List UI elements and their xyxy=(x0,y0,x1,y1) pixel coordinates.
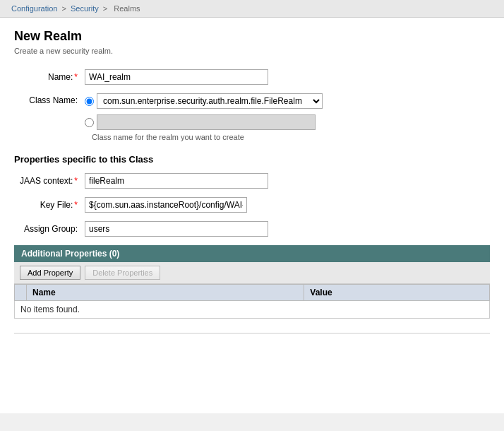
add-property-button[interactable]: Add Property xyxy=(20,266,80,280)
jaas-required-star: * xyxy=(74,176,78,186)
section-title: Properties specific to this Class xyxy=(14,154,490,165)
classname-hint: Class name for the realm you want to cre… xyxy=(92,133,490,141)
jaas-input[interactable] xyxy=(85,173,268,189)
breadcrumb-security[interactable]: Security xyxy=(71,4,99,13)
keyfile-label: Key File:* xyxy=(14,200,85,210)
jaas-row: JAAS context:* xyxy=(14,173,490,189)
classname-custom-row xyxy=(85,114,323,130)
breadcrumb-separator-1: > xyxy=(62,4,68,13)
classname-dropdown-radio[interactable] xyxy=(85,97,94,106)
classname-row: Class Name: com.sun.enterprise.security.… xyxy=(14,93,490,130)
table-header-row: Name Value xyxy=(15,285,490,301)
assigngroup-row: Assign Group: xyxy=(14,221,490,237)
classname-options: com.sun.enterprise.security.auth.realm.f… xyxy=(85,93,323,130)
properties-header: Additional Properties (0) xyxy=(14,245,490,262)
no-items-message: No items found. xyxy=(14,301,490,319)
page-title: New Realm xyxy=(14,29,490,44)
table-header-value: Value xyxy=(304,285,490,301)
classname-custom-radio[interactable] xyxy=(85,118,94,127)
properties-table: Name Value xyxy=(14,284,490,301)
table-header-name: Name xyxy=(27,285,304,301)
breadcrumb-realms: Realms xyxy=(114,4,140,13)
table-header-checkbox xyxy=(15,285,27,301)
name-label: Name:* xyxy=(14,72,85,82)
classname-dropdown-row: com.sun.enterprise.security.auth.realm.f… xyxy=(85,93,323,109)
breadcrumb-separator-2: > xyxy=(103,4,109,13)
keyfile-row: Key File:* xyxy=(14,197,490,213)
delete-properties-button[interactable]: Delete Properties xyxy=(85,266,160,280)
assigngroup-label: Assign Group: xyxy=(14,224,85,234)
keyfile-required-star: * xyxy=(74,200,78,210)
page-subtitle: Create a new security realm. xyxy=(14,47,490,55)
assigngroup-input[interactable] xyxy=(85,221,268,237)
classname-label: Class Name: xyxy=(14,93,85,105)
jaas-label: JAAS context:* xyxy=(14,176,85,186)
footer-divider xyxy=(14,333,490,333)
classname-custom-input[interactable] xyxy=(97,114,316,130)
name-required-star: * xyxy=(74,72,78,82)
breadcrumb-configuration[interactable]: Configuration xyxy=(11,4,57,13)
additional-properties-section: Additional Properties (0) Add Property D… xyxy=(14,245,490,319)
name-row: Name:* xyxy=(14,69,490,85)
main-content: New Realm Create a new security realm. N… xyxy=(0,18,504,413)
breadcrumb-bar: Configuration > Security > Realms xyxy=(0,0,504,18)
properties-toolbar: Add Property Delete Properties xyxy=(14,262,490,284)
keyfile-input[interactable] xyxy=(85,197,247,213)
classname-select[interactable]: com.sun.enterprise.security.auth.realm.f… xyxy=(97,93,323,109)
name-input[interactable] xyxy=(85,69,268,85)
